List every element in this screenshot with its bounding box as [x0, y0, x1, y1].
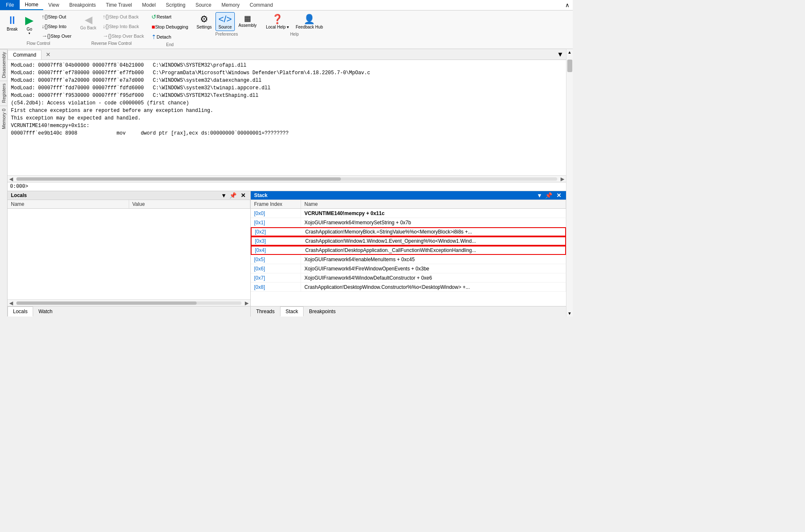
breakpoints-tab[interactable]: Breakpoints [304, 306, 341, 317]
stack-frame-link-0[interactable]: [0x0] [254, 210, 265, 216]
go-button[interactable]: ▶ Go ▾ [22, 12, 37, 40]
stack-cell-frame-1[interactable]: [0x1] [251, 218, 301, 227]
scroll-v-track[interactable] [566, 55, 573, 310]
stack-columns: Frame Index Name [251, 200, 566, 209]
feedback-hub-button[interactable]: 👤 Feedback Hub [293, 12, 326, 31]
step-out-back-button[interactable]: ↑{} Step Out Back [101, 12, 146, 21]
stack-panel: Stack ▾ 📌 ✕ Frame Index Name [0x0] VCRU [251, 191, 566, 317]
local-help-button[interactable]: ❓ Local Help ▾ [263, 12, 292, 31]
stack-row-0: [0x0] VCRUNTIME140!memcpy + 0x11c [251, 209, 566, 218]
threads-tab[interactable]: Threads [251, 306, 280, 317]
tab-memory[interactable]: Memory [216, 0, 244, 10]
locals-scrollbar[interactable]: ◀ ▶ [8, 299, 250, 306]
stack-close-btn[interactable]: ✕ [555, 192, 563, 199]
tab-breakpoints[interactable]: Breakpoints [64, 0, 101, 10]
scrollbar-track[interactable] [16, 177, 557, 181]
step-out-button[interactable]: ↑{} Step Out [39, 12, 73, 21]
stack-frame-link-4[interactable]: [0x4] [255, 247, 266, 253]
stack-tab[interactable]: Stack [280, 306, 304, 317]
panel-scroll-down[interactable]: ▼ [554, 50, 566, 59]
locals-scroll-right[interactable]: ▶ [243, 300, 250, 306]
stack-cell-frame-0[interactable]: [0x0] [251, 209, 301, 218]
output-line-10: 00007fff`ee9b140c 8908 mov dword ptr [ra… [11, 130, 563, 137]
end-label: End [149, 42, 190, 47]
step-into-back-button[interactable]: ↓{} Step Into Back [101, 22, 146, 31]
step-over-button[interactable]: →{} Step Over [39, 31, 73, 40]
step-over-back-button[interactable]: →{} Step Over Back [101, 31, 146, 40]
tab-view[interactable]: View [43, 0, 64, 10]
tab-command[interactable]: Command [245, 0, 278, 10]
output-line-8: This exception may be expected and handl… [11, 114, 563, 122]
stop-debugging-button[interactable]: ■ Stop Debugging [149, 22, 190, 31]
stack-cell-frame-5[interactable]: [0x5] [251, 255, 301, 264]
stack-frame-link-3[interactable]: [0x3] [255, 238, 266, 244]
scroll-v-thumb[interactable] [567, 60, 572, 72]
locals-scrollbar-track[interactable] [16, 301, 242, 305]
break-button[interactable]: ⏸ Break [3, 12, 21, 40]
tab-time-travel[interactable]: Time Travel [101, 0, 137, 10]
locals-tab[interactable]: Locals [8, 306, 33, 317]
scroll-up-arrow[interactable]: ▲ [566, 49, 573, 55]
help-btns: ❓ Local Help ▾ 👤 Feedback Hub [263, 12, 326, 31]
step-out-label: Step Out [48, 14, 66, 19]
stack-frame-link-1[interactable]: [0x1] [254, 220, 265, 226]
go-back-button[interactable]: ◀ Go Back [77, 12, 99, 40]
tab-source[interactable]: Source [190, 0, 216, 10]
ribbon-collapse-btn[interactable]: ∧ [562, 0, 573, 10]
output-line-1: ModLoad: 00007ff8`04b00000 00007ff8`04b2… [11, 62, 563, 69]
stack-title: Stack [254, 192, 267, 198]
locals-scroll-left[interactable]: ◀ [8, 300, 15, 306]
vtab-registers[interactable]: Registers [0, 80, 7, 105]
tab-file[interactable]: File [0, 0, 20, 10]
stack-cell-name-6: XojoGUIFramework64!FireWindowOpenEvents … [301, 264, 566, 273]
scroll-right-arrow[interactable]: ▶ [559, 176, 566, 182]
watch-tab[interactable]: Watch [33, 306, 58, 317]
stack-cell-frame-6[interactable]: [0x6] [251, 264, 301, 273]
vtab-memory[interactable]: Memory 0 [0, 106, 7, 132]
locals-scrollbar-thumb[interactable] [16, 301, 197, 305]
restart-button[interactable]: ↺ Restart [149, 12, 190, 21]
stack-pin-btn[interactable]: 📌 [544, 192, 553, 199]
settings-button[interactable]: ⚙ Settings [194, 12, 215, 31]
stack-cell-frame-4[interactable]: [0x4] [252, 247, 302, 254]
horizontal-scrollbar[interactable]: ◀ ▶ [8, 175, 566, 182]
tab-model[interactable]: Model [137, 0, 161, 10]
stack-cell-name-0: VCRUNTIME140!memcpy + 0x11c [301, 209, 566, 218]
command-output[interactable]: ModLoad: 00007ff8`04b00000 00007ff8`04b2… [8, 60, 566, 175]
stack-frame-link-5[interactable]: [0x5] [254, 257, 265, 262]
stack-row-6: [0x6] XojoGUIFramework64!FireWindowOpenE… [251, 264, 566, 273]
assembly-button[interactable]: ▦ Assembly [236, 12, 260, 31]
bottom-panels: Locals ▾ 📌 ✕ Name Value ◀ [8, 191, 566, 317]
step-into-icon: ↓{} [42, 23, 48, 29]
stack-row-3: [0x3] CrashApplication!Window1.Window1.E… [251, 236, 566, 246]
detach-button[interactable]: ⇡ Detach [149, 32, 190, 42]
command-input-field[interactable] [30, 184, 564, 189]
step-into-back-icon: ↓{} [103, 23, 109, 29]
tab-home[interactable]: Home [20, 0, 43, 10]
source-button[interactable]: </> Source [216, 12, 235, 31]
stack-dropdown-btn[interactable]: ▾ [537, 192, 542, 199]
stack-cell-frame-8[interactable]: [0x8] [251, 283, 301, 291]
stack-frame-link-8[interactable]: [0x8] [254, 284, 265, 290]
stack-frame-link-6[interactable]: [0x6] [254, 266, 265, 272]
step-into-button[interactable]: ↓{} Step Into [39, 22, 73, 31]
scroll-down-arrow[interactable]: ▼ [566, 310, 573, 317]
output-line-7: First chance exceptions are reported bef… [11, 107, 563, 114]
stack-cell-frame-7[interactable]: [0x7] [251, 273, 301, 282]
scroll-left-arrow[interactable]: ◀ [8, 176, 15, 182]
command-tab[interactable]: Command [8, 50, 42, 60]
tab-scripting[interactable]: Scripting [161, 0, 190, 10]
stack-frame-link-2[interactable]: [0x2] [255, 229, 266, 235]
locals-close-btn[interactable]: ✕ [239, 192, 247, 199]
locals-pin-btn[interactable]: 📌 [228, 192, 238, 199]
command-tab-close[interactable]: ✕ [44, 51, 52, 58]
vtab-disassembly[interactable]: Disassembly [0, 49, 7, 80]
step-into-label: Step Into [48, 24, 66, 29]
stack-frame-link-7[interactable]: [0x7] [254, 275, 265, 281]
right-scrollbar[interactable]: ▲ ▼ [566, 49, 573, 317]
locals-dropdown-btn[interactable]: ▾ [221, 192, 226, 199]
scrollbar-thumb[interactable] [16, 177, 341, 181]
stack-cell-frame-2[interactable]: [0x2] [252, 228, 302, 236]
step-into-back-label: Step Into Back [109, 24, 139, 29]
stack-cell-frame-3[interactable]: [0x3] [252, 237, 302, 245]
